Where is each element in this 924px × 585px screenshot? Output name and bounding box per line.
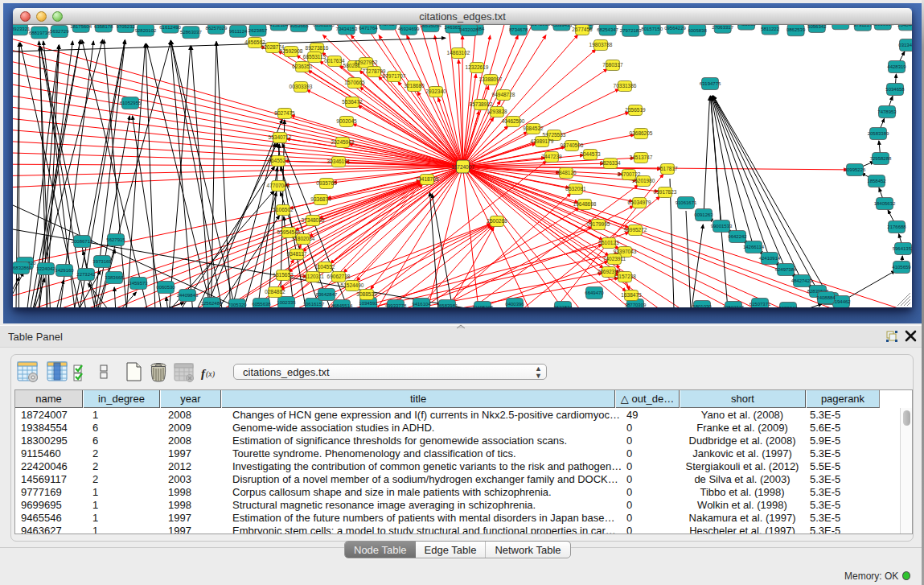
svg-text:43802715: 43802715 [723, 305, 745, 307]
svg-text:00995226: 00995226 [844, 167, 866, 172]
svg-text:0642242: 0642242 [728, 234, 747, 239]
svg-text:1002335: 1002335 [277, 300, 296, 305]
svg-text:0935765: 0935765 [316, 180, 337, 186]
svg-text:31802034: 31802034 [292, 236, 315, 241]
svg-text:4428319: 4428319 [887, 64, 906, 69]
svg-text:14266114: 14266114 [743, 245, 765, 249]
svg-text:1858452: 1858452 [867, 179, 886, 183]
svg-text:19648698: 19648698 [573, 201, 597, 207]
svg-text:52863037: 52863037 [180, 30, 202, 35]
svg-text:45899431: 45899431 [551, 25, 573, 27]
svg-text:19803788: 19803788 [589, 42, 613, 47]
svg-text:0017634: 0017634 [324, 58, 345, 64]
svg-text:9348117: 9348117 [287, 251, 307, 257]
svg-text:91061671: 91061671 [676, 200, 697, 205]
svg-text:6471764: 6471764 [359, 26, 378, 31]
svg-text:47707048: 47707048 [267, 183, 290, 188]
svg-text:59641352: 59641352 [893, 246, 912, 251]
svg-text:20583389: 20583389 [868, 131, 889, 136]
svg-text:2932340: 2932340 [425, 89, 446, 94]
svg-text:0313431: 0313431 [898, 43, 912, 47]
svg-text:2356519: 2356519 [625, 107, 646, 113]
svg-text:5801030: 5801030 [692, 304, 712, 307]
svg-text:43989179: 43989179 [531, 138, 554, 144]
svg-text:12322619: 12322619 [466, 64, 489, 70]
svg-text:46924699: 46924699 [398, 27, 420, 31]
svg-text:34513747: 34513747 [630, 154, 653, 160]
svg-text:0432028: 0432028 [459, 27, 478, 32]
svg-text:0826334: 0826334 [600, 160, 621, 166]
svg-text:63194775: 63194775 [700, 81, 721, 86]
svg-text:2273242: 2273242 [76, 272, 96, 277]
svg-text:9416104: 9416104 [412, 302, 431, 307]
svg-text:45909604: 45909604 [872, 25, 893, 27]
svg-text:2500268: 2500268 [487, 218, 507, 224]
svg-text:9705232: 9705232 [117, 25, 136, 29]
svg-text:55340712: 55340712 [269, 134, 292, 140]
svg-text:5106502: 5106502 [273, 207, 294, 212]
svg-text:30346191: 30346191 [327, 159, 351, 164]
svg-text:3645527: 3645527 [268, 158, 289, 163]
svg-text:5536472: 5536472 [342, 99, 363, 105]
svg-text:9002045: 9002045 [336, 118, 357, 124]
svg-text:49933778: 49933778 [385, 303, 407, 307]
svg-text:3218680: 3218680 [404, 83, 425, 89]
svg-text:84700722: 84700722 [618, 171, 641, 177]
svg-text:66832860: 66832860 [13, 266, 32, 270]
svg-text:03917823: 03917823 [654, 189, 677, 195]
svg-text:3088539: 3088539 [356, 291, 377, 297]
svg-text:09564229: 09564229 [664, 26, 686, 31]
svg-text:89273816: 89273816 [306, 45, 329, 51]
svg-text:3429160: 3429160 [55, 268, 74, 273]
svg-text:94948728: 94948728 [492, 92, 515, 97]
svg-text:1315653: 1315653 [273, 272, 294, 278]
svg-text:2176688: 2176688 [887, 225, 906, 229]
svg-text:68553113: 68553113 [303, 54, 326, 60]
svg-text:6236351: 6236351 [292, 64, 313, 69]
svg-text:9053665: 9053665 [290, 25, 309, 28]
svg-text:65034979: 65034979 [628, 200, 651, 205]
svg-text:86257029: 86257029 [206, 26, 228, 31]
svg-text:74023911: 74023911 [603, 256, 626, 262]
svg-text:4152184: 4152184 [269, 25, 289, 27]
svg-text:61052955: 61052955 [120, 101, 142, 105]
svg-text:0284862: 0284862 [265, 289, 285, 295]
svg-text:87971707: 87971707 [383, 73, 406, 79]
svg-text:3224042: 3224042 [36, 266, 55, 271]
svg-text:2044573: 2044573 [580, 151, 601, 157]
svg-text:2677456: 2677456 [572, 27, 593, 32]
svg-text:2623857: 2623857 [248, 28, 268, 33]
svg-text:03686205: 03686205 [630, 130, 653, 136]
svg-text:80157150: 80157150 [641, 27, 663, 31]
svg-text:48427423: 48427423 [791, 278, 813, 283]
svg-text:2048441: 2048441 [897, 25, 912, 27]
svg-text:96995272: 96995272 [624, 227, 647, 233]
svg-text:3973169: 3973169 [92, 259, 112, 264]
svg-text:1104552: 1104552 [315, 264, 335, 270]
svg-text:30141900: 30141900 [529, 25, 551, 27]
svg-text:7005329: 7005329 [228, 303, 247, 307]
svg-text:6358178: 6358178 [94, 25, 113, 29]
svg-text:9384522: 9384522 [523, 126, 544, 131]
svg-text:7517817: 7517817 [657, 166, 678, 171]
svg-text:6055638: 6055638 [252, 302, 271, 307]
svg-text:27063317: 27063317 [712, 25, 733, 30]
svg-text:8457824: 8457824 [379, 25, 398, 27]
svg-text:1570665: 1570665 [344, 80, 365, 85]
svg-text:6005838: 6005838 [688, 28, 707, 33]
svg-text:00303393: 00303393 [290, 84, 313, 89]
svg-text:73434153: 73434153 [336, 27, 358, 31]
svg-text:14863102: 14863102 [447, 50, 470, 56]
svg-text:12562484: 12562484 [201, 301, 223, 306]
svg-text:3383668: 3383668 [105, 275, 124, 280]
svg-text:9848126: 9848126 [556, 170, 577, 175]
svg-text:2408884: 2408884 [816, 295, 836, 300]
svg-text:61507371: 61507371 [749, 302, 771, 307]
svg-text:11157238: 11157238 [614, 274, 636, 279]
svg-text:92820102: 92820102 [135, 28, 157, 33]
svg-text:52592908: 52592908 [280, 48, 303, 54]
svg-text:8734678: 8734678 [509, 27, 528, 32]
svg-text:68819736: 68819736 [29, 31, 51, 35]
svg-text:62497384: 62497384 [775, 267, 797, 272]
svg-text:85738912: 85738912 [470, 101, 493, 107]
